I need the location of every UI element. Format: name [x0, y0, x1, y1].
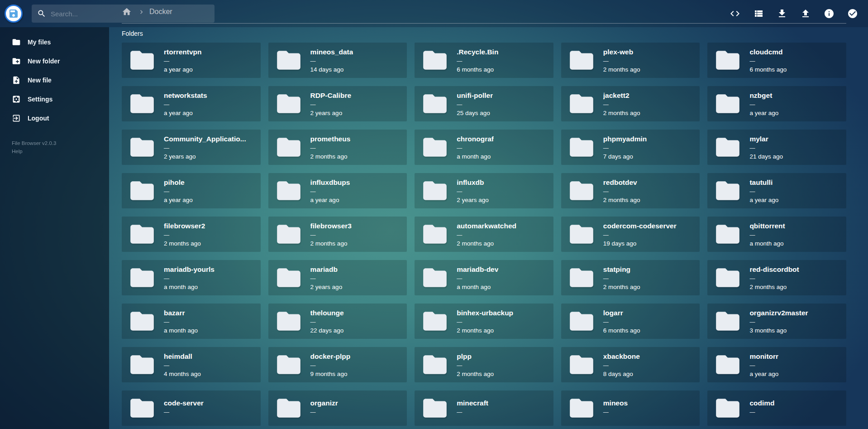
folder-card[interactable]: tautulli — a year ago	[707, 173, 846, 208]
sidebar-item-settings[interactable]: Settings	[0, 90, 109, 109]
folder-card[interactable]: binhex-urbackup — 2 months ago	[415, 304, 553, 339]
sidebar-item-my-files[interactable]: My files	[0, 33, 109, 52]
folder-card[interactable]: rtorrentvpn — a year ago	[122, 43, 261, 78]
folder-card[interactable]: influxdb — 2 years ago	[415, 173, 553, 208]
folder-card[interactable]: mylar — 21 days ago	[707, 130, 846, 165]
folder-card[interactable]: networkstats — a year ago	[122, 86, 261, 121]
folder-card[interactable]: monitorr — a year ago	[707, 347, 846, 382]
folder-card[interactable]: Community_Applicatio... — 2 years ago	[122, 130, 261, 165]
folder-size: —	[164, 145, 246, 151]
folder-icon	[421, 351, 449, 379]
folder-card-text: qbittorrent — a month ago	[749, 222, 785, 247]
folder-card[interactable]: plex-web — 2 months ago	[561, 43, 700, 78]
folder-card[interactable]: organizrv2master — 3 months ago	[707, 304, 846, 339]
info-button[interactable]	[822, 6, 836, 21]
folder-card[interactable]: codercom-codeserver — 19 days ago	[561, 217, 700, 252]
folder-card[interactable]: influxdbups — a year ago	[268, 173, 407, 208]
folder-card[interactable]: bazarr — a month ago	[122, 304, 261, 339]
folder-card[interactable]: mariadb — 2 years ago	[268, 260, 407, 295]
folder-card[interactable]: docker-plpp — 9 months ago	[268, 347, 407, 382]
folder-modified: a year ago	[749, 371, 778, 377]
folder-card[interactable]: red-discordbot — 2 months ago	[707, 260, 846, 295]
folder-card[interactable]: jackett2 — 2 months ago	[561, 86, 700, 121]
folder-icon	[275, 90, 303, 118]
folder-card[interactable]: mineos_data — 14 days ago	[268, 43, 407, 78]
folder-card[interactable]: cloudcmd — 6 months ago	[707, 43, 846, 78]
folder-modified: 2 months ago	[603, 284, 640, 290]
folder-card[interactable]: qbittorrent — a month ago	[707, 217, 846, 252]
folder-icon	[421, 90, 449, 118]
folder-size: —	[457, 145, 494, 151]
sidebar-item-label: New folder	[28, 58, 60, 65]
folder-card[interactable]: xbackbone — 8 days ago	[561, 347, 700, 382]
folder-card[interactable]: redbotdev — 2 months ago	[561, 173, 700, 208]
folder-icon	[421, 46, 449, 74]
folder-card[interactable]: minecraft —	[415, 390, 553, 426]
folder-name: mylar	[749, 135, 783, 143]
folder-card[interactable]: phpmyadmin — 7 days ago	[561, 130, 700, 165]
folder-modified: 2 years ago	[457, 197, 489, 203]
folder-icon	[275, 351, 303, 379]
upload-button[interactable]	[798, 6, 813, 21]
logout-icon	[12, 114, 21, 123]
folder-card[interactable]: RDP-Calibre — 2 years ago	[268, 86, 407, 121]
folder-card[interactable]: chronograf — a month ago	[415, 130, 553, 165]
folder-card[interactable]: automarkwatched — 2 months ago	[415, 217, 553, 252]
folder-icon	[275, 307, 303, 335]
folder-card[interactable]: nzbget — a year ago	[707, 86, 846, 121]
folder-size: —	[749, 145, 783, 151]
folder-icon	[714, 46, 742, 74]
switch-view-button[interactable]	[751, 6, 766, 21]
folder-card[interactable]: heimdall — 4 months ago	[122, 347, 261, 382]
sidebar-item-logout[interactable]: Logout	[0, 109, 109, 128]
folder-card[interactable]: statping — 2 months ago	[561, 260, 700, 295]
folder-card[interactable]: logarr — 6 months ago	[561, 304, 700, 339]
folder-size: —	[749, 102, 778, 107]
search-bar[interactable]	[32, 5, 215, 23]
folder-size: —	[603, 319, 640, 325]
app-version: File Browser v2.0.3	[12, 140, 109, 148]
folder-card[interactable]: .Recycle.Bin — 6 months ago	[415, 43, 553, 78]
folder-card[interactable]: mariadb-dev — a month ago	[415, 260, 553, 295]
main-content: Docker Folders rtorrentvpn — a year ago …	[109, 0, 868, 429]
settings-icon	[12, 95, 21, 104]
folder-modified: 2 months ago	[749, 284, 799, 290]
folder-modified: 2 years ago	[310, 284, 343, 290]
folder-size: —	[310, 102, 351, 107]
select-multiple-button[interactable]	[845, 6, 860, 21]
folder-name: cloudcmd	[749, 48, 787, 56]
folder-card-text: logarr — 6 months ago	[603, 309, 640, 334]
folder-card[interactable]: filebrowser2 — 2 months ago	[122, 217, 261, 252]
folder-icon	[128, 307, 156, 335]
folder-card-text: docker-plpp — 9 months ago	[310, 352, 351, 377]
folder-card[interactable]: unifi-poller — 25 days ago	[415, 86, 553, 121]
folder-icon	[128, 177, 156, 205]
folder-card[interactable]: thelounge — 22 days ago	[268, 304, 407, 339]
folder-modified: 4 months ago	[164, 371, 201, 377]
folder-card[interactable]: mineos —	[561, 390, 700, 426]
sidebar-item-new-folder[interactable]: New folder	[0, 52, 109, 71]
folder-card[interactable]: organizr —	[268, 390, 407, 426]
sidebar-item-new-file[interactable]: New file	[0, 71, 109, 90]
search-input[interactable]	[51, 10, 209, 18]
folder-name: binhex-urbackup	[457, 309, 513, 317]
shell-button[interactable]	[728, 6, 742, 21]
folder-name: phpmyadmin	[603, 135, 647, 143]
folder-card[interactable]: code-server —	[122, 390, 261, 426]
folder-size: —	[603, 276, 640, 281]
folder-card[interactable]: filebrowser3 — 2 months ago	[268, 217, 407, 252]
folder-name: filebrowser2	[164, 222, 205, 230]
folder-card[interactable]: prometheus — 2 months ago	[268, 130, 407, 165]
folder-icon	[421, 133, 449, 161]
folder-icon	[714, 133, 742, 161]
folder-card[interactable]: codimd —	[707, 390, 846, 426]
folder-card[interactable]: plpp — 2 months ago	[415, 347, 553, 382]
folder-card[interactable]: mariadb-yourls — a month ago	[122, 260, 261, 295]
help-link[interactable]: Help	[12, 149, 23, 154]
folder-card[interactable]: pihole — a year ago	[122, 173, 261, 208]
folder-size: —	[603, 102, 640, 107]
download-button[interactable]	[775, 6, 789, 21]
app-logo[interactable]	[5, 5, 23, 23]
folder-size: —	[310, 410, 338, 415]
folder-name: monitorr	[749, 352, 778, 361]
